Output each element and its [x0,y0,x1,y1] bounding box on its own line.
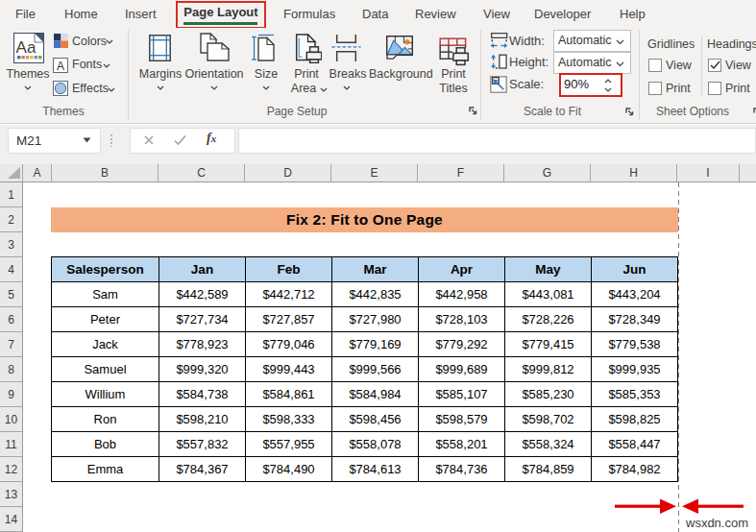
svg-text:Aa: Aa [16,38,37,57]
svg-text:A: A [57,60,64,73]
